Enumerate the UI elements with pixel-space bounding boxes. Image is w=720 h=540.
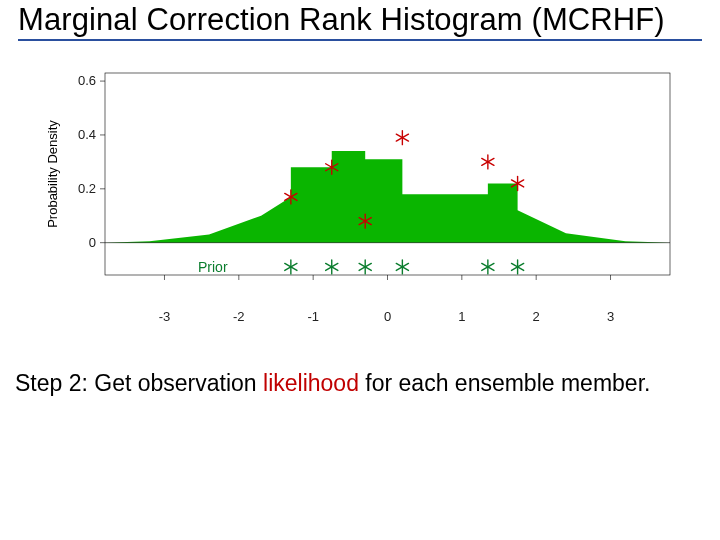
svg-text:-3: -3 bbox=[159, 309, 171, 324]
svg-text:0.2: 0.2 bbox=[78, 181, 96, 196]
svg-text:Prior: Prior bbox=[198, 259, 228, 275]
svg-text:0.4: 0.4 bbox=[78, 127, 96, 142]
svg-text:-1: -1 bbox=[307, 309, 319, 324]
svg-text:1: 1 bbox=[458, 309, 465, 324]
svg-text:-2: -2 bbox=[233, 309, 245, 324]
chart: 00.20.40.6-3-2-10123Probability DensityP… bbox=[30, 55, 690, 355]
svg-text:0.6: 0.6 bbox=[78, 73, 96, 88]
page-title: Marginal Correction Rank Histogram (MCRH… bbox=[18, 2, 702, 41]
caption-highlight: likelihood bbox=[263, 370, 359, 396]
svg-text:3: 3 bbox=[607, 309, 614, 324]
svg-text:Probability Density: Probability Density bbox=[45, 120, 60, 228]
svg-text:2: 2 bbox=[533, 309, 540, 324]
chart-svg: 00.20.40.6-3-2-10123Probability DensityP… bbox=[30, 55, 690, 355]
caption-suffix: for each ensemble member. bbox=[359, 370, 650, 396]
svg-text:0: 0 bbox=[384, 309, 391, 324]
svg-text:0: 0 bbox=[89, 235, 96, 250]
caption: Step 2: Get observation likelihood for e… bbox=[15, 370, 650, 397]
caption-prefix: Step 2: Get observation bbox=[15, 370, 263, 396]
